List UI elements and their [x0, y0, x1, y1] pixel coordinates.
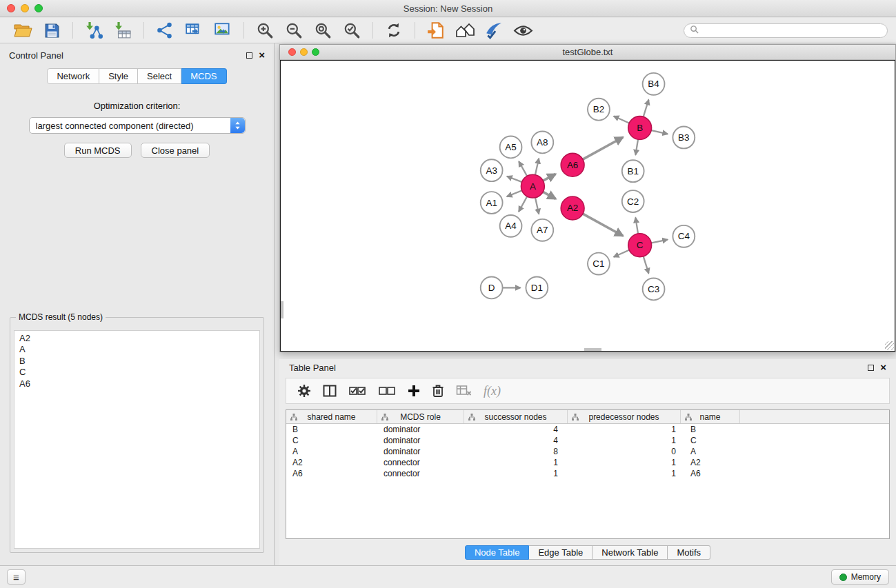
- import-document-icon[interactable]: [424, 20, 448, 41]
- resize-grip[interactable]: [885, 341, 894, 350]
- apply-style-icon[interactable]: [482, 20, 506, 41]
- network-edge-B-B2[interactable]: [614, 116, 630, 123]
- eye-icon[interactable]: [511, 20, 535, 41]
- mcds-result-item[interactable]: A: [19, 344, 255, 355]
- memory-button[interactable]: Memory: [831, 569, 889, 585]
- float-panel-icon[interactable]: [246, 52, 252, 59]
- task-history-button[interactable]: ≡: [7, 569, 26, 585]
- column-header-mcds-role[interactable]: MCDS role: [377, 410, 464, 423]
- network-edge-A-A4[interactable]: [519, 196, 528, 212]
- network-edge-A-A3[interactable]: [507, 176, 523, 183]
- close-panel-button[interactable]: Close panel: [141, 143, 210, 158]
- zoom-window-button[interactable]: [34, 4, 43, 12]
- close-network-window-button[interactable]: [288, 48, 296, 56]
- network-edge-B-B4[interactable]: [643, 100, 648, 118]
- network-edge-A-A2[interactable]: [542, 192, 555, 199]
- unselect-all-icon[interactable]: [378, 382, 396, 400]
- network-node-A6[interactable]: A6: [561, 153, 584, 176]
- table-row[interactable]: A6connector11A6: [286, 468, 889, 479]
- vertical-scroll-indicator[interactable]: [281, 301, 283, 318]
- column-header-name[interactable]: name: [681, 410, 740, 423]
- import-table-icon[interactable]: [111, 20, 135, 41]
- network-node-C1[interactable]: C1: [588, 253, 610, 275]
- zoom-out-icon[interactable]: [282, 20, 306, 41]
- float-table-panel-icon[interactable]: [868, 365, 874, 371]
- network-edge-A-A6[interactable]: [542, 174, 555, 181]
- table-tab-edge-table[interactable]: Edge Table: [529, 545, 593, 560]
- network-node-A4[interactable]: A4: [500, 215, 522, 237]
- network-node-B2[interactable]: B2: [588, 99, 610, 121]
- table-row[interactable]: A2connector11A2: [286, 457, 889, 468]
- mcds-result-item[interactable]: C: [19, 367, 255, 378]
- network-node-A8[interactable]: A8: [531, 132, 553, 154]
- network-node-A5[interactable]: A5: [500, 136, 522, 158]
- export-network-icon[interactable]: [153, 20, 177, 41]
- table-tab-node-table[interactable]: Node Table: [465, 545, 530, 560]
- delete-column-icon[interactable]: [432, 382, 444, 400]
- table-row[interactable]: Adominator80A: [286, 446, 889, 457]
- network-node-B3[interactable]: B3: [673, 127, 695, 149]
- network-node-C2[interactable]: C2: [622, 190, 644, 212]
- delete-table-icon[interactable]: [456, 382, 472, 400]
- zoom-fit-icon[interactable]: [311, 20, 335, 41]
- tab-select[interactable]: Select: [138, 68, 181, 84]
- network-node-A[interactable]: A: [521, 174, 544, 198]
- show-columns-icon[interactable]: [323, 382, 337, 400]
- tab-network[interactable]: Network: [47, 68, 99, 84]
- network-edge-B-B3[interactable]: [650, 130, 668, 134]
- network-node-A2[interactable]: A2: [561, 196, 584, 220]
- network-edge-A-A5[interactable]: [519, 161, 527, 176]
- network-edge-C-C1[interactable]: [614, 250, 630, 257]
- export-table-icon[interactable]: [182, 20, 206, 41]
- run-mcds-button[interactable]: Run MCDS: [64, 143, 132, 158]
- network-edge-A-A8[interactable]: [535, 159, 539, 176]
- column-header-shared-name[interactable]: shared name: [286, 410, 377, 423]
- network-edge-A-A7[interactable]: [535, 197, 539, 214]
- horizontal-scroll-indicator[interactable]: [584, 348, 601, 351]
- network-node-D[interactable]: D: [481, 277, 503, 299]
- select-all-icon[interactable]: [348, 382, 366, 400]
- refresh-icon[interactable]: [382, 20, 406, 41]
- network-node-C3[interactable]: C3: [643, 278, 665, 301]
- mcds-result-item[interactable]: B: [19, 356, 255, 367]
- network-node-C[interactable]: C: [628, 234, 652, 257]
- network-node-A1[interactable]: A1: [481, 192, 503, 214]
- column-header-predecessor-nodes[interactable]: predecessor nodes: [568, 410, 681, 423]
- table-tab-network-table[interactable]: Network Table: [593, 545, 668, 560]
- mcds-result-item[interactable]: A6: [19, 378, 255, 389]
- table-tab-motifs[interactable]: Motifs: [668, 545, 710, 560]
- network-node-B1[interactable]: B1: [622, 160, 644, 182]
- network-edge-C-C3[interactable]: [643, 256, 648, 274]
- mcds-result-item[interactable]: A2: [19, 333, 255, 344]
- search-input[interactable]: [702, 26, 882, 35]
- zoom-in-icon[interactable]: [253, 20, 277, 41]
- import-network-icon[interactable]: [82, 20, 106, 41]
- close-panel-icon[interactable]: ×: [259, 52, 265, 59]
- optimization-criterion-select[interactable]: largest connected component (directed): [29, 117, 246, 134]
- table-row[interactable]: Cdominator41C: [286, 435, 889, 446]
- export-image-icon[interactable]: [211, 20, 235, 41]
- open-folder-icon[interactable]: [11, 20, 34, 41]
- network-node-C4[interactable]: C4: [673, 225, 695, 247]
- tab-style[interactable]: Style: [99, 68, 138, 84]
- gear-icon[interactable]: [297, 382, 311, 400]
- network-canvas[interactable]: B4B2BB3A5A8A6B1A3AC2A1A2A4A7C4CC1C3DD1: [280, 60, 895, 352]
- network-edge-C-C4[interactable]: [650, 240, 668, 243]
- zoom-network-window-button[interactable]: [312, 48, 319, 56]
- network-edge-C-C2[interactable]: [635, 218, 638, 234]
- close-table-panel-icon[interactable]: ×: [880, 364, 886, 371]
- column-header-successor-nodes[interactable]: successor nodes: [464, 410, 568, 423]
- close-window-button[interactable]: [7, 4, 15, 12]
- add-column-icon[interactable]: [408, 382, 420, 400]
- network-edge-A-A1[interactable]: [507, 190, 523, 196]
- network-edge-A2-C[interactable]: [582, 214, 623, 236]
- network-edge-B-B1[interactable]: [635, 139, 638, 154]
- minimize-network-window-button[interactable]: [300, 48, 308, 56]
- minimize-window-button[interactable]: [21, 4, 29, 12]
- network-edge-A6-B[interactable]: [582, 137, 623, 160]
- network-node-A7[interactable]: A7: [531, 219, 553, 241]
- network-node-B4[interactable]: B4: [643, 73, 665, 95]
- home-icon[interactable]: [453, 20, 477, 41]
- function-builder-icon[interactable]: f(x): [484, 382, 501, 400]
- network-node-A3[interactable]: A3: [481, 159, 503, 181]
